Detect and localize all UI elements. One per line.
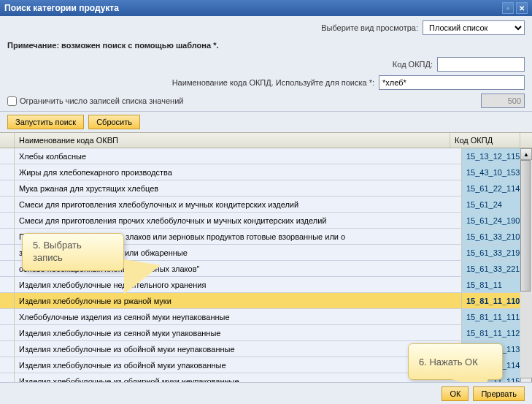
limit-checkbox[interactable] — [7, 96, 17, 106]
run-search-button[interactable]: Запустить поиск — [7, 115, 84, 129]
minimize-icon[interactable]: ▫ — [502, 2, 514, 14]
scroll-thumb[interactable] — [520, 160, 531, 291]
table-row[interactable]: Смеси для приготовления прочих хлебобуло… — [0, 213, 532, 229]
row-name: Жиры для хлебопекарного производства — [15, 164, 462, 180]
row-name: Изделия хлебобулочные из обойной муки уп… — [15, 357, 462, 373]
table-row[interactable]: Мука ржаная для хрустящих хлебцев15_61_2… — [0, 180, 532, 197]
action-row: Запустить поиск Сбросить — [0, 112, 532, 132]
limit-input — [481, 94, 525, 108]
row-name: Мука ржаная для хрустящих хлебцев — [15, 180, 462, 196]
header-name[interactable]: Наименование кода ОКВП — [15, 133, 450, 148]
table-row[interactable]: Изделия хлебобулочные из ржаной муки15_8… — [0, 293, 532, 309]
window-title: Поиск категории продукта — [4, 3, 500, 13]
view-select[interactable]: Плоский список — [423, 20, 525, 35]
scroll-up-icon[interactable]: ▲ — [520, 148, 532, 160]
filter-panel: Выберите вид просмотра: Плоский список П… — [0, 16, 532, 112]
row-name: Хлебы колбасные — [15, 148, 462, 164]
row-name: Смеси для приготовления прочих хлебобуло… — [15, 213, 462, 228]
name-label: Наименование кода ОКПД. Используйте для … — [172, 78, 374, 87]
row-name: Смеси для приготовления хлебобулочных и … — [15, 197, 462, 212]
code-input[interactable] — [437, 57, 525, 72]
scrollbar[interactable]: ▲ ▼ — [520, 148, 532, 389]
close-icon[interactable]: ✕ — [516, 2, 528, 14]
reset-button[interactable]: Сбросить — [88, 115, 140, 129]
callout-select: 5. Выбрать запись — [22, 233, 124, 271]
limit-label: Ограничить число записей списка значений — [20, 96, 183, 105]
note-text: Примечание: возможен поиск с помощью шаб… — [7, 41, 525, 50]
row-name: Изделия хлебобулочные из обойной муки не… — [15, 341, 462, 357]
code-label: Код ОКПД: — [393, 60, 433, 69]
footer: ОК Прервать — [0, 382, 532, 404]
ok-button[interactable]: ОК — [442, 386, 469, 401]
table-row[interactable]: Хлебобулочные изделия из сеяной муки неу… — [0, 309, 532, 325]
row-name: Хлебобулочные изделия из сеяной муки неу… — [15, 309, 462, 324]
search-input[interactable] — [379, 75, 525, 90]
view-label: Выберите вид просмотра: — [321, 23, 418, 32]
row-name: Изделия хлебобулочные из ржаной муки — [15, 293, 462, 308]
cancel-button[interactable]: Прервать — [473, 386, 525, 401]
table-row[interactable]: Смеси для приготовления хлебобулочных и … — [0, 197, 532, 213]
grid-header: Наименование кода ОКВП Код ОКПД — [0, 132, 532, 148]
table-row[interactable]: Хлебы колбасные15_13_12_115 — [0, 148, 532, 164]
titlebar: Поиск категории продукта ▫ ✕ — [0, 0, 532, 16]
table-row[interactable]: Изделия хлебобулочные из сеяной муки упа… — [0, 325, 532, 341]
callout-pointer-1 — [124, 259, 161, 294]
header-code[interactable]: Код ОКПД — [450, 133, 520, 148]
scroll-track[interactable] — [520, 160, 532, 378]
row-name: Изделия хлебобулочные из сеяной муки упа… — [15, 325, 462, 340]
row-name: Изделия хлебобулочные недлительного хран… — [15, 277, 462, 292]
callout-ok: 6. Нажать ОК — [408, 343, 503, 380]
table-row[interactable]: Изделия хлебобулочные недлительного хран… — [0, 277, 532, 293]
table-row[interactable]: Жиры для хлебопекарного производства15_4… — [0, 164, 532, 180]
